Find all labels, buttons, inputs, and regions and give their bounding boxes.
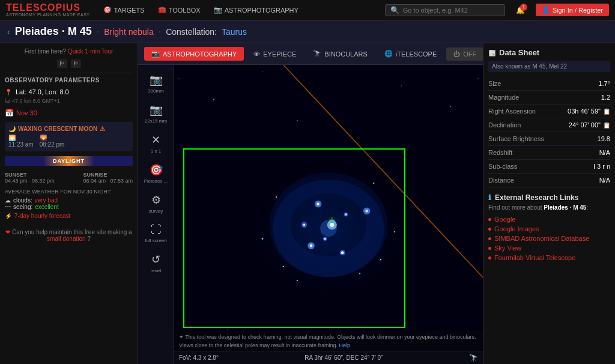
fullscreen-icon: ⛶	[151, 223, 162, 236]
svg-point-27	[341, 251, 344, 254]
ext-link-dot	[488, 218, 491, 221]
moon-sunrise-icon: 🌄	[40, 135, 65, 141]
nav-targets[interactable]: 🎯 TARGETS	[98, 4, 150, 16]
tool-reset-label: reset	[151, 268, 162, 273]
weather-title: AVERAGE WEATHER FOR NOV 30 NIGHT:	[5, 189, 133, 195]
tool-survey[interactable]: ⚙ survey	[141, 190, 171, 217]
tool-target-label: Pleiades ...	[144, 178, 168, 184]
note-bar: ✦ This tool was designed to check framin…	[174, 330, 483, 351]
constellation-label: Constellation:	[166, 27, 217, 37]
logo-subtitle: ASTRONOMY PLANNING MADE EASY	[6, 13, 90, 17]
data-row-label: Declination	[488, 121, 521, 129]
tab-itelescope[interactable]: 🌐 iTELESCOPE	[377, 47, 444, 61]
moon-title: 🌙 WAXING CRESCENT MOON ⚠	[8, 126, 129, 132]
toolbox-icon: 🧰	[158, 6, 166, 14]
tool-300mm[interactable]: 📷 300mm	[141, 70, 171, 97]
nav-astro-label: ASTROPHOTOGRAPHY	[225, 7, 298, 14]
data-row: Surface Brightness 19.8	[488, 132, 610, 146]
data-row-label: Redshift	[488, 149, 512, 156]
sign-in-button[interactable]: 👤 Sign In / Register	[536, 4, 609, 16]
nav-astrophotography[interactable]: 📷 ASTROPHOTOGRAPHY	[209, 4, 303, 16]
data-row-label: Distance	[488, 177, 514, 184]
help-link[interactable]: Help	[339, 342, 350, 348]
breadcrumb-dot1: ·	[97, 26, 99, 37]
data-row-value: N/A	[599, 149, 610, 156]
tool-sensor[interactable]: 📷 22x15 mm	[141, 100, 171, 127]
ext-links-title: ℹ External Research Links	[488, 193, 610, 202]
svg-point-23	[310, 244, 313, 247]
svg-point-13	[227, 329, 228, 330]
breadcrumb: ‹ Pleiades · M 45 · Bright nebula · Cons…	[0, 20, 615, 43]
clouds-value: very bad	[35, 197, 58, 204]
off-tab-label: OFF	[463, 50, 476, 58]
eyepiece-tab-label: EYEPIECE	[263, 50, 296, 58]
ext-link-item[interactable]: Fourmilab Virtual Telescope	[488, 253, 610, 262]
survey-icon: ⚙	[151, 193, 161, 207]
sunset-time: 04:43 pm · 06:32 pm	[5, 178, 55, 184]
sunrise-label: SUNRISE	[83, 172, 133, 178]
off-tab-icon: ⏻	[453, 50, 460, 58]
ra-footer: RA 3hr 46' 60", DEC 24° 7' 0"	[304, 354, 383, 361]
donate-link[interactable]: small donation	[47, 235, 85, 242]
location-value: Lat: 47.0, Lon: 8.0	[16, 88, 69, 96]
svg-point-31	[324, 238, 326, 240]
tab-off[interactable]: ⏻ OFF	[446, 47, 483, 61]
data-row-value: I 3 r n	[593, 163, 610, 170]
svg-point-43	[297, 280, 298, 281]
copy-icon[interactable]: 📋	[603, 108, 610, 115]
moon-sunrise-group: 🌄 08:22 pm	[40, 135, 65, 148]
bell-badge: 1	[520, 4, 527, 11]
tab-bar: 📷 ASTROPHOTOGRAPHY 👁 EYEPIECE 🔭 BINOCULA…	[138, 43, 483, 65]
lat-sub: lat 47.0 lon 8.0 GMT+1	[5, 98, 133, 104]
nav-targets-label: TARGETS	[114, 7, 145, 14]
tool-survey-label: survey	[149, 208, 163, 214]
star-field-svg	[174, 65, 483, 364]
search-input[interactable]	[403, 7, 499, 14]
forecast-link[interactable]: ⚡ 7-day hourly forecast	[5, 213, 133, 219]
logo: TELESCOPIUS ASTRONOMY PLANNING MADE EASY	[6, 3, 90, 17]
moon-sunrise-time: 08:22 pm	[40, 141, 65, 148]
quick-tour-link[interactable]: Quick 1-min Tour	[68, 48, 113, 55]
obs-location: 📍 Lat: 47.0, Lon: 8.0	[5, 88, 133, 96]
ext-link-item[interactable]: Sky View	[488, 243, 610, 253]
image-main[interactable]: FoV: 4.3 x 2.8° RA 3hr 46' 60", DEC 24° …	[174, 65, 483, 364]
ext-link-dot	[488, 228, 491, 231]
search-bar: 🔍	[385, 4, 505, 16]
tool-target[interactable]: 🎯 Pleiades ...	[141, 160, 171, 187]
tab-eyepiece[interactable]: 👁 EYEPIECE	[246, 47, 303, 61]
daylight-label: DAYLIGHT	[53, 158, 85, 164]
tab-binoculars[interactable]: 🔭 BINOCULARS	[306, 47, 375, 61]
ext-link-item[interactable]: Google	[488, 214, 610, 224]
tool-mosaic[interactable]: ✕ 1 x 1	[141, 130, 171, 157]
copy-icon[interactable]: 📋	[603, 122, 610, 129]
astro-tab-icon: 📷	[151, 50, 160, 58]
tool-fullscreen[interactable]: ⛶ full screen	[141, 220, 171, 247]
nav-toolbox[interactable]: 🧰 TOOLBOX	[153, 4, 205, 16]
ext-link-item[interactable]: SIMBAD Astronomical Database	[488, 234, 610, 243]
data-sheet-title: ▦ Data Sheet	[488, 48, 610, 57]
tab-astrophotography[interactable]: 📷 ASTROPHOTOGRAPHY	[144, 47, 244, 61]
ext-link-item[interactable]: Google Images	[488, 224, 610, 234]
seeing-icon: 〰	[5, 204, 11, 210]
ext-desc: Find out more about Pleiades · M 45:	[488, 204, 610, 211]
tool-reset[interactable]: ↺ reset	[141, 249, 171, 277]
svg-point-41	[262, 238, 264, 240]
svg-point-4	[297, 120, 297, 121]
cloud-icon: ☁	[5, 197, 11, 204]
external-links-section: ℹ External Research Links Find out more …	[488, 193, 610, 262]
tool-fullscreen-label: full screen	[145, 238, 166, 243]
notification-bell[interactable]: 🔔 1	[514, 4, 527, 17]
logo-title: TELESCOPIUS	[6, 3, 90, 13]
heart-icon: ❤	[5, 229, 10, 235]
top-navigation: TELESCOPIUS ASTRONOMY PLANNING MADE EASY…	[0, 0, 615, 20]
back-button[interactable]: ‹	[7, 27, 10, 37]
forecast-label: 7-day hourly forecast	[14, 213, 70, 219]
binoculars-tab-icon: 🔭	[313, 50, 321, 58]
first-time-text: First time here?	[25, 48, 66, 55]
donate-suffix: ?	[87, 235, 91, 242]
constellation-value: Taurus	[222, 27, 247, 37]
signin-icon: 👤	[542, 6, 550, 14]
donate-text: Can you help maintain this free site mak…	[12, 229, 132, 235]
also-known: Also known as M 45, Mel 22	[488, 61, 610, 72]
data-row-value: 19.8	[598, 135, 610, 142]
